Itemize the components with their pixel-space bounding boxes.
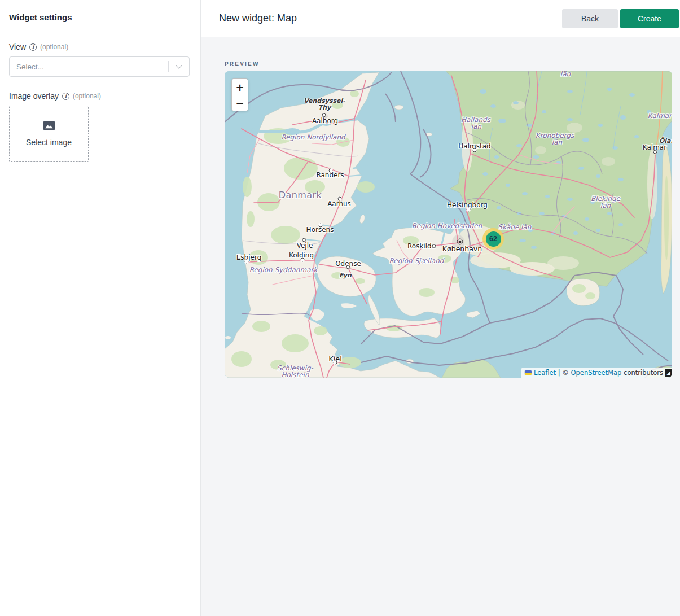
map-label: Region Syddanmark (249, 266, 318, 274)
page-title: New widget: Map (219, 12, 297, 24)
info-icon[interactable] (62, 93, 69, 100)
map-label: København (442, 244, 482, 253)
city-dot (319, 224, 323, 228)
map-label: län (552, 138, 562, 146)
zoom-in-button[interactable]: + (232, 79, 248, 95)
sidebar-title: Widget settings (9, 12, 191, 22)
map-attribution: Leaflet | © OpenStreetMap contributors (521, 368, 672, 378)
image-overlay-label: Image overlay (9, 91, 59, 101)
resize-corner-icon[interactable] (665, 369, 672, 377)
map-label: Vendsyssel- (304, 97, 345, 104)
content-area: PREVIEW (201, 37, 680, 378)
map-label: Aalborg (312, 117, 338, 125)
attribution-separator: | © (556, 369, 571, 377)
leaflet-link[interactable]: Leaflet (534, 369, 556, 377)
map-label: Fyn (339, 272, 352, 279)
city-dot (338, 197, 342, 201)
ukraine-flag-icon (525, 370, 532, 375)
view-select[interactable]: Select... (9, 56, 190, 77)
city-dot (322, 113, 326, 117)
map-label: Schleswig- (277, 364, 313, 372)
map-label: län (560, 71, 571, 78)
map-label: Danmark (279, 190, 322, 200)
map-label: Aarhus (327, 200, 351, 208)
map-label: Roskilde (407, 242, 436, 250)
view-select-placeholder: Select... (10, 63, 168, 71)
map-label: Kalmar (648, 112, 672, 120)
city-dot (467, 208, 471, 212)
preview-label: PREVIEW (225, 61, 680, 67)
city-dot (432, 244, 436, 248)
view-field-label: View (9, 42, 26, 51)
map-label: Region Sjælland (389, 257, 444, 265)
map-label: län (600, 202, 611, 209)
city-dot (301, 258, 305, 262)
city-dot (334, 361, 337, 365)
image-overlay-field: Image overlay (optional) Select image (9, 91, 191, 162)
info-icon[interactable] (29, 43, 37, 51)
city-dot (346, 265, 350, 269)
select-image-button[interactable]: Select image (9, 106, 89, 162)
map-label: Holstein (282, 371, 309, 378)
osm-link[interactable]: OpenStreetMap (571, 369, 621, 377)
map-label: Skåne län (498, 223, 532, 231)
sidebar: Widget settings View (optional) Select..… (0, 0, 201, 616)
map-label-layer: länVendsyssel-ThyAalborgRegion Nordjylla… (225, 71, 672, 378)
map-label: Hallands (461, 116, 490, 124)
create-button[interactable]: Create (620, 9, 679, 28)
image-overlay-optional-hint: (optional) (73, 92, 101, 100)
map-preview[interactable]: länVendsyssel-ThyAalborgRegion Nordjylla… (225, 71, 672, 378)
view-optional-hint: (optional) (40, 43, 68, 51)
map-label: län (471, 123, 481, 130)
marker-cluster[interactable]: 62 (482, 228, 504, 250)
map-label: Vejle (297, 242, 313, 250)
city-dot (653, 150, 657, 154)
city-dot (302, 238, 306, 242)
select-image-label: Select image (26, 138, 72, 147)
city-dot (473, 148, 477, 152)
cluster-count: 62 (486, 231, 501, 247)
city-dot (329, 169, 333, 173)
map-label: Esbjerg (236, 254, 262, 261)
capital-marker (457, 239, 463, 245)
zoom-out-button[interactable]: − (232, 95, 248, 111)
image-icon (43, 121, 55, 133)
map-label: Region Nordjylland (281, 133, 345, 141)
map-label: Blekinge (591, 195, 620, 203)
view-field: View (optional) Select... (9, 42, 191, 77)
city-dot (245, 260, 249, 264)
map-label: Thy (318, 104, 331, 111)
main-area: New widget: Map Back Create PREVIEW (201, 0, 680, 616)
page-header: New widget: Map Back Create (201, 0, 680, 37)
zoom-control: + − (231, 78, 248, 111)
map-label: Öland (659, 137, 672, 145)
chevron-down-icon[interactable] (169, 65, 189, 68)
map-label: Kronobergs (536, 132, 574, 139)
map-label: Region Hovedstaden (412, 222, 482, 230)
attribution-contributors: contributors (621, 369, 663, 377)
back-button[interactable]: Back (562, 9, 618, 28)
